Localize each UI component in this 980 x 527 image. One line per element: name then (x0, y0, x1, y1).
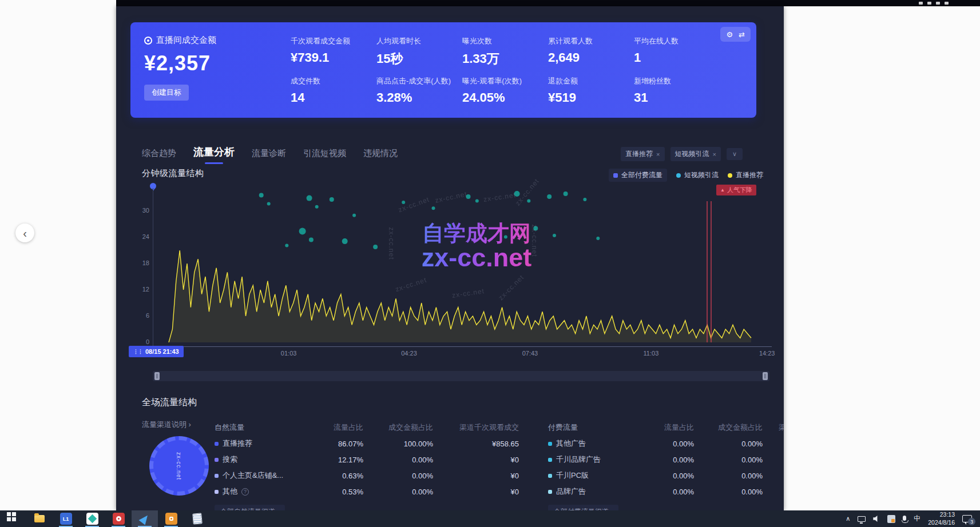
panel-icon[interactable] (919, 2, 923, 5)
drop-annotation-label: 人气下降 (727, 186, 752, 194)
volume-icon[interactable] (873, 516, 880, 522)
table-row-label: 个人主页&店铺&... (215, 468, 311, 484)
primary-metric: 直播间成交金额 ¥2,357 创建目标 (144, 35, 281, 101)
short-video-scatter-point (373, 245, 378, 249)
legend-dot (676, 173, 681, 178)
short-video-scatter-point (342, 238, 348, 244)
notification-badge: 3 (968, 518, 975, 525)
chevron-down-icon[interactable]: ∨ (727, 148, 743, 160)
legend-item[interactable]: 直播推荐 (728, 170, 763, 180)
drop-annotation-badge[interactable]: 人气下降 (716, 185, 756, 195)
app-red[interactable] (105, 510, 132, 527)
view-all-channels-link[interactable]: 全部自然流量渠道 › (215, 505, 285, 510)
y-tick-label: 18 (131, 259, 149, 266)
remove-tag-icon[interactable]: × (656, 151, 660, 158)
windows-taskbar: L1 ∧ 中 23:13 2024/8/16 3 (0, 510, 980, 527)
channel-dot (215, 458, 219, 462)
table-cell-value: ¥858.65 (433, 437, 519, 451)
table-row-label: 直播推荐 (215, 436, 311, 452)
short-video-scatter-point (527, 199, 530, 203)
drag-handle-icon: ⋮⋮ (133, 349, 142, 354)
metric-card: 千次观看成交金额¥739.1 (291, 30, 376, 70)
app-pointer[interactable] (132, 510, 158, 527)
legend-item[interactable]: 全部付费流量 (609, 169, 667, 182)
table-cell-value: 0.00% (363, 469, 433, 483)
chart-range-slider[interactable] (153, 371, 769, 381)
ime-indicator[interactable]: 中 (914, 514, 921, 524)
gear-icon[interactable]: ⚙ (726, 31, 733, 38)
filter-tag[interactable]: 直播推荐× (621, 147, 664, 161)
range-handle-right[interactable] (763, 372, 768, 380)
taskbar-clock[interactable]: 23:13 2024/8/16 (928, 511, 955, 526)
target-icon (144, 37, 152, 45)
short-video-scatter-point (583, 198, 586, 201)
tray-app-icon[interactable] (887, 515, 895, 523)
app-l1[interactable]: L1 (53, 510, 79, 527)
channel-name: 其他广告 (556, 438, 586, 449)
faint-watermark: zx-cc.net (387, 227, 395, 259)
orange-app-icon (165, 513, 177, 525)
create-goal-button[interactable]: 创建目标 (144, 85, 189, 101)
metric-label: 曝光-观看率(次数) (462, 76, 548, 86)
metric-card: 平均在线人数1 (634, 30, 720, 70)
channel-dot (548, 442, 552, 446)
table-cell-value: 100.00% (363, 437, 433, 451)
minimize-icon[interactable] (936, 2, 940, 5)
grid-icon[interactable] (927, 2, 931, 5)
metric-label: 商品点击-成交率(人数) (376, 76, 462, 86)
metric-value: 14 (291, 90, 376, 105)
help-icon[interactable]: ? (241, 488, 249, 496)
chart-legend: 全部付费流量短视频引流直播推荐 (609, 169, 763, 182)
close-icon[interactable] (945, 2, 949, 5)
channel-name: 直播推荐 (223, 438, 252, 449)
metric-card: 人均观看时长15秒 (376, 30, 462, 70)
channel-note-link[interactable]: 流量渠道说明 › (142, 420, 191, 430)
metric-value: 1.33万 (462, 50, 548, 67)
table-cell-value: 0.00% (640, 485, 694, 499)
metric-card: 新增粉丝数31 (634, 70, 720, 110)
channel-dot (215, 490, 219, 494)
channel-name: 千川PC版 (556, 470, 589, 481)
x-tick-label: 14:23 (759, 350, 775, 357)
tab-引流短视频[interactable]: 引流短视频 (303, 148, 346, 164)
table-column-header: 成交金额占比 (363, 420, 433, 436)
table-cell-value: ¥0 (763, 469, 784, 483)
windows-logo-icon (7, 512, 11, 516)
notification-center-icon[interactable]: 3 (962, 515, 972, 522)
tab-流量分析[interactable]: 流量分析 (193, 145, 235, 164)
x-axis-labels: 01:0304:2307:4311:0314:23 (153, 350, 776, 359)
filter-tag[interactable]: 短视频引流× (670, 147, 721, 161)
back-button[interactable]: ‹ (15, 223, 34, 242)
app-orange[interactable] (158, 510, 184, 527)
table-cell-value: 0.53% (311, 485, 363, 499)
remove-tag-icon[interactable]: × (713, 151, 716, 158)
app-teal[interactable] (79, 510, 105, 527)
tray-chevron-up-icon[interactable]: ∧ (846, 515, 850, 522)
legend-label: 直播推荐 (736, 170, 763, 180)
faint-watermark: zx-cc.net (530, 224, 538, 257)
y-tick-label: 30 (131, 207, 149, 214)
tab-违规情况[interactable]: 违规情况 (363, 148, 398, 164)
metric-label: 新增粉丝数 (634, 76, 720, 86)
table-cell-value: ¥0 (433, 469, 519, 483)
table-cell-value: 0.00% (694, 485, 763, 499)
start-button[interactable] (0, 510, 26, 527)
tab-综合趋势[interactable]: 综合趋势 (142, 148, 176, 164)
table-cell-value: 0.00% (363, 485, 433, 499)
table-cell-value: 0.00% (363, 453, 433, 467)
swap-icon[interactable]: ⇄ (739, 31, 745, 38)
primary-metric-value: ¥2,357 (144, 51, 281, 75)
table-column-header: 流量占比 (311, 420, 363, 436)
channel-dot (548, 474, 552, 478)
notepad[interactable] (184, 510, 211, 527)
x-axis-line (153, 346, 772, 347)
view-all-channels-link[interactable]: 全部付费流量渠道 › (548, 505, 618, 510)
metric-value: 3.28% (376, 90, 462, 105)
legend-item[interactable]: 短视频引流 (676, 170, 719, 180)
network-icon[interactable] (858, 516, 866, 522)
file-explorer[interactable] (26, 510, 53, 527)
microphone-icon[interactable] (903, 516, 906, 521)
tab-流量诊断[interactable]: 流量诊断 (252, 148, 286, 164)
metric-label: 千次观看成交金额 (291, 36, 376, 46)
range-handle-left[interactable] (154, 372, 160, 380)
